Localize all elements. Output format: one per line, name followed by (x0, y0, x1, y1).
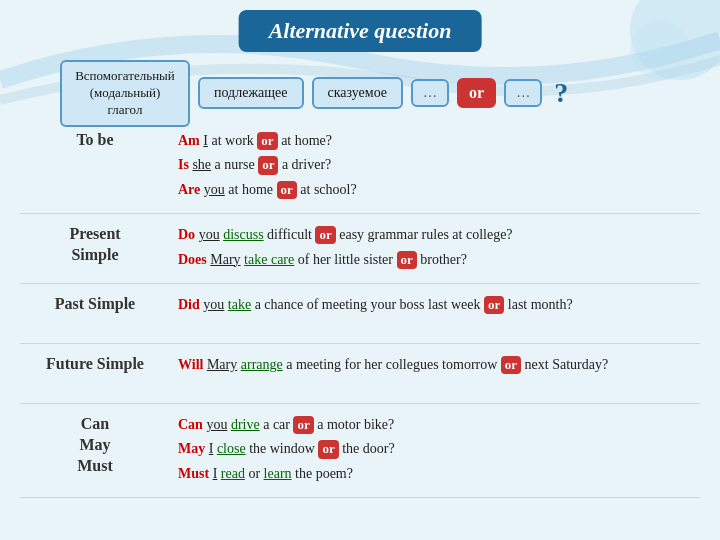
header-ellipsis-2: … (504, 79, 542, 107)
table-row-to-be: To be Am I at work or at home? Is she a … (20, 120, 700, 214)
header-row: Вспомогательный(модальный)глагол подлежа… (60, 60, 700, 127)
main-table: To be Am I at work or at home? Is she a … (20, 120, 700, 530)
header-question-mark: ? (554, 77, 568, 109)
header-aux-verb-box: Вспомогательный(модальный)глагол (60, 60, 190, 127)
table-row-past-simple: Past Simple Did you take a chance of mee… (20, 284, 700, 344)
label-modal: CanMayMust (20, 410, 170, 480)
table-row-future-simple: Future Simple Will Mary arrange a meetin… (20, 344, 700, 404)
content-past-simple: Did you take a chance of meeting your bo… (170, 290, 700, 322)
table-row-modal: CanMayMust Can you drive a car or a moto… (20, 404, 700, 498)
label-future-simple: Future Simple (20, 350, 170, 379)
header-predicate-box: сказуемое (312, 77, 404, 109)
page-title: Alternative question (239, 10, 482, 52)
content-future-simple: Will Mary arrange a meeting for her coll… (170, 350, 700, 382)
table-row-present-simple: PresentSimple Do you discuss difficult o… (20, 214, 700, 284)
content-modal: Can you drive a car or a motor bike? May… (170, 410, 700, 491)
label-past-simple: Past Simple (20, 290, 170, 319)
header-or-box: or (457, 78, 496, 108)
label-to-be: To be (20, 126, 170, 155)
page-content: Alternative question Вспомогательный(мод… (0, 0, 720, 540)
content-to-be: Am I at work or at home? Is she a nurse … (170, 126, 700, 207)
header-ellipsis-1: … (411, 79, 449, 107)
header-subject-box: подлежащее (198, 77, 304, 109)
label-present-simple: PresentSimple (20, 220, 170, 270)
content-present-simple: Do you discuss difficult or easy grammar… (170, 220, 700, 277)
